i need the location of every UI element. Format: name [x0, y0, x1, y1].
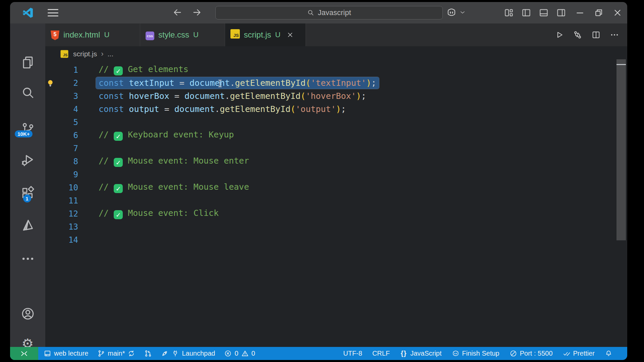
arrow-left-icon[interactable]: [172, 7, 183, 18]
toggle-sidebar-icon[interactable]: [521, 8, 531, 18]
code-line-3[interactable]: 3const hoverBox = document.getElementByI…: [45, 89, 614, 103]
code-line-10[interactable]: 10// ✓ Mouse event: Mouse leave: [45, 181, 614, 194]
html-icon: [51, 29, 59, 40]
run-file-button[interactable]: [554, 30, 564, 40]
token: const: [99, 91, 124, 101]
lightbulb-icon[interactable]: [46, 79, 55, 87]
status-prettier[interactable]: Prettier: [563, 350, 595, 357]
activity-item-search[interactable]: [10, 83, 45, 102]
open-changes-button[interactable]: [573, 30, 582, 40]
menu-icon[interactable]: [48, 9, 58, 16]
token: textInput: [129, 78, 174, 88]
token: .: [230, 78, 235, 88]
search-icon: [20, 85, 35, 100]
token: (: [306, 78, 311, 88]
token: 'hoverBox': [306, 91, 356, 101]
token: document: [174, 104, 215, 114]
code-line-13[interactable]: 13: [45, 220, 614, 233]
tab-style.css[interactable]: style.cssU: [140, 23, 225, 46]
line-number: 1: [55, 65, 78, 75]
token: ;: [361, 91, 366, 101]
line-number: 2: [55, 78, 78, 88]
customize-layout-icon[interactable]: [504, 8, 514, 18]
arrow-right-icon[interactable]: [192, 7, 202, 18]
branch-icon: [97, 350, 105, 357]
tab-bar: index.htmlUstyle.cssUscript.jsU: [45, 23, 627, 46]
status-language-mode[interactable]: {}JavaScript: [400, 350, 441, 357]
status-git-branch[interactable]: main*: [97, 350, 135, 357]
error-icon: [224, 350, 232, 357]
code-line-2[interactable]: 2const textInput = document.getElementBy…: [45, 76, 614, 89]
circle-slash-icon: [509, 350, 517, 357]
code-line-12[interactable]: 12// ✓ Mouse event: Click: [45, 207, 614, 220]
status-text: UTF-8: [343, 350, 362, 357]
status-encoding[interactable]: UTF-8: [343, 350, 362, 357]
tab-index.html[interactable]: index.htmlU: [45, 23, 140, 46]
code-line-1[interactable]: 1// ✓ Get elements: [45, 63, 614, 76]
status-launchpad[interactable]: Launchpad: [161, 350, 215, 357]
activity-item-run-debug[interactable]: [10, 150, 45, 169]
token: //: [99, 208, 114, 218]
code-area[interactable]: 1// ✓ Get elements2const textInput = doc…: [45, 63, 614, 246]
account-icon: [20, 306, 35, 321]
files-icon: [20, 55, 35, 70]
braces-icon: {}: [400, 350, 408, 357]
activity-item-additional-views[interactable]: [10, 249, 45, 268]
code-line-7[interactable]: 7: [45, 142, 614, 155]
tab-label: script.js: [244, 30, 271, 40]
status-copilot-setup[interactable]: Finish Setup: [452, 350, 499, 357]
code-line-5[interactable]: 5: [45, 116, 614, 129]
line-text: // ✓ Mouse event: Mouse leave: [99, 182, 249, 193]
status-end-of-line[interactable]: CRLF: [372, 350, 390, 357]
code-line-6[interactable]: 6// ✓ Keyboard event: Keyup: [45, 129, 614, 142]
token: Mouse event: Click: [123, 208, 219, 218]
tab-script.js[interactable]: script.jsU: [225, 23, 306, 46]
activity-item-prism-extension[interactable]: [10, 216, 45, 235]
editor[interactable]: script.js › ... 1// ✓ Get elements2const…: [45, 46, 627, 347]
activity-item-source-control[interactable]: 10K+: [10, 119, 45, 138]
status-live-server-port[interactable]: Port : 5500: [509, 350, 553, 357]
code-line-8[interactable]: 8// ✓ Mouse event: Mouse enter: [45, 155, 614, 168]
activity-item-extensions[interactable]: 1: [10, 184, 45, 202]
status-workspace[interactable]: web lecture: [44, 350, 88, 357]
toggle-secondary-sidebar-icon[interactable]: [556, 8, 566, 18]
extensions-icon: 1: [20, 186, 35, 200]
token: document: [184, 91, 225, 101]
code-line-11[interactable]: 11: [45, 194, 614, 207]
breadcrumb-file[interactable]: script.js: [73, 50, 97, 58]
scrollbar[interactable]: [616, 59, 626, 240]
restore-button[interactable]: [594, 8, 604, 18]
tab-close-icon[interactable]: [286, 31, 294, 39]
remote-indicator[interactable]: [10, 347, 38, 360]
minimize-button[interactable]: [575, 8, 585, 18]
activity-item-explorer[interactable]: [10, 53, 45, 72]
lightbulb-icon[interactable]: [45, 79, 55, 87]
modified-indicator: U: [275, 31, 280, 39]
line-number: 9: [55, 170, 78, 179]
breadcrumb-more[interactable]: ...: [108, 50, 114, 58]
line-number: 3: [55, 92, 78, 101]
remote-icon: [20, 349, 29, 358]
copilot-menu[interactable]: [446, 7, 466, 18]
token: .: [225, 91, 230, 101]
activity-item-account[interactable]: [10, 304, 45, 323]
command-center-search[interactable]: Javascript: [215, 6, 443, 19]
split-editor-button[interactable]: [591, 30, 601, 40]
chevron-right-icon: ›: [101, 50, 103, 58]
toggle-panel-icon[interactable]: [539, 8, 549, 18]
check-emoji: ✓: [114, 184, 123, 193]
status-notifications[interactable]: [605, 350, 612, 357]
status-pull-request[interactable]: [144, 350, 152, 357]
search-text: Javascript: [318, 8, 351, 17]
line-number: 14: [55, 235, 78, 245]
code-line-9[interactable]: 9: [45, 168, 614, 181]
status-problems[interactable]: 00: [224, 350, 255, 357]
debug-icon: [20, 153, 35, 167]
title-bar: Javascript: [10, 2, 627, 23]
code-line-4[interactable]: 4const output = document.getElementById(…: [45, 103, 614, 116]
more-actions-button[interactable]: [610, 30, 619, 40]
close-button[interactable]: [612, 8, 623, 18]
code-line-14[interactable]: 14: [45, 233, 614, 246]
ellipsis-icon: [20, 251, 35, 266]
token: =: [159, 104, 174, 114]
